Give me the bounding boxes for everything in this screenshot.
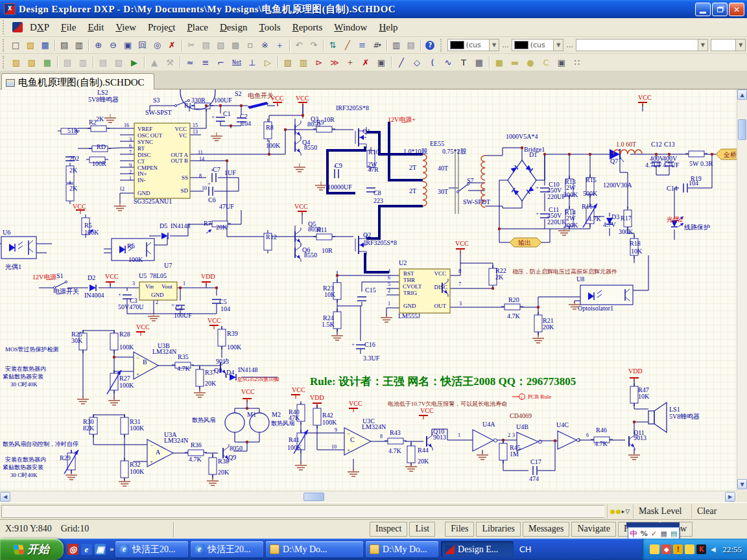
- chevron-down-icon[interactable]: ▼: [553, 40, 563, 51]
- close-button[interactable]: ✕: [729, 3, 744, 16]
- menu-item-view[interactable]: View: [110, 20, 142, 35]
- draw-arc-icon[interactable]: (: [425, 56, 440, 69]
- doc3-icon[interactable]: ▤: [96, 56, 110, 69]
- schematic-canvas[interactable]: +++++++++−+−+−+iLS25V8蜂鸣器S3SW-SPSTR1330R…: [0, 89, 737, 491]
- place-bus-icon[interactable]: ≡: [198, 56, 213, 69]
- quicklaunch-ie-icon[interactable]: e: [81, 544, 92, 555]
- panel-tab-inspect[interactable]: Inspect: [370, 522, 407, 537]
- paste-array2-icon[interactable]: ∷: [570, 56, 584, 69]
- grid-dropdown-icon[interactable]: #▾: [370, 39, 384, 52]
- draw-pie-icon[interactable]: C: [539, 56, 553, 69]
- place-parameter-icon[interactable]: ▣: [374, 56, 388, 69]
- sort-updown-icon[interactable]: ⇅: [326, 39, 340, 52]
- quicklaunch-chevron-icon[interactable]: »: [110, 545, 114, 554]
- menu-grip[interactable]: [3, 20, 6, 34]
- menu-item-project[interactable]: Project: [142, 20, 182, 35]
- ime-icon[interactable]: ▦: [660, 530, 667, 538]
- draw-graphic-icon[interactable]: ▣: [554, 56, 569, 69]
- doc-run-icon[interactable]: ▶: [127, 56, 141, 69]
- document-tab[interactable]: 电鱼机原理图(自制).SCHDOC: [1, 73, 154, 89]
- chevron-down-icon[interactable]: ▼: [735, 40, 745, 51]
- filter-indicator[interactable]: ●●▸▽: [607, 504, 633, 519]
- panel-tab-list[interactable]: List: [409, 522, 435, 537]
- menu-item-design[interactable]: Design: [214, 20, 254, 35]
- taskbar-button-4[interactable]: D:\My Do...: [366, 541, 438, 557]
- clear-button[interactable]: Clear: [691, 504, 722, 519]
- ime-icon[interactable]: %: [641, 530, 648, 538]
- select-area-icon[interactable]: ▫: [243, 39, 257, 52]
- color-more-button[interactable]: ...: [502, 41, 509, 49]
- taskbar-button-1[interactable]: e快活王20...: [115, 541, 188, 557]
- draw-text-icon[interactable]: T: [456, 56, 471, 69]
- menu-item-window[interactable]: Window: [328, 20, 373, 35]
- color-combo-1[interactable]: (cus▼: [447, 39, 500, 51]
- ime-icon[interactable]: 中: [630, 529, 637, 539]
- taskbar-button-2[interactable]: e快活王20...: [191, 541, 263, 557]
- panel-tab-messages[interactable]: Messages: [523, 522, 569, 537]
- increment-icon[interactable]: ≡: [355, 39, 369, 52]
- library-list-icon[interactable]: ▤: [404, 39, 418, 52]
- compile-icon[interactable]: ▲: [147, 56, 161, 69]
- vertical-scroll-thumb[interactable]: [738, 119, 746, 140]
- minimize-button[interactable]: [695, 3, 711, 16]
- copy-icon[interactable]: ▤: [199, 39, 213, 52]
- doc1-icon[interactable]: ▤: [60, 56, 75, 69]
- chevron-down-icon[interactable]: ▼: [489, 40, 499, 51]
- color-more-button[interactable]: ...: [566, 41, 573, 49]
- cut-icon[interactable]: ✂: [185, 39, 198, 52]
- zoom-document-icon[interactable]: 回: [136, 39, 149, 52]
- zoom-in-icon[interactable]: ⊕: [91, 39, 105, 52]
- place-net-label-icon[interactable]: Net: [230, 56, 244, 69]
- doc2-icon[interactable]: ▥: [76, 56, 90, 69]
- place-wire-icon[interactable]: ≈: [183, 56, 197, 69]
- mask-level-button[interactable]: Mask Level: [633, 504, 687, 519]
- paste-icon[interactable]: ▧: [214, 39, 228, 52]
- place-part-icon[interactable]: ▷: [261, 56, 275, 69]
- draw-polygon-icon[interactable]: ◇: [410, 56, 424, 69]
- draw-text-frame-icon[interactable]: ▦: [472, 56, 486, 69]
- quicklaunch-desktop-icon[interactable]: ▣: [95, 544, 106, 555]
- deselect-icon[interactable]: ※: [258, 39, 272, 52]
- chevron-down-icon[interactable]: ▼: [698, 40, 707, 51]
- ime-icon[interactable]: ✓: [651, 530, 657, 538]
- place-sheet-entry-icon[interactable]: ▥: [296, 56, 311, 69]
- new-sheet-icon[interactable]: ▨: [9, 56, 23, 69]
- quicklaunch-app-icon[interactable]: ◎: [67, 544, 78, 555]
- place-junction-icon[interactable]: ＋: [343, 56, 357, 69]
- tray-volume-icon[interactable]: ◀: [708, 544, 718, 554]
- save-all-icon[interactable]: ▦: [40, 56, 54, 69]
- restore-button[interactable]: [712, 3, 728, 16]
- open-project-icon[interactable]: ▧: [25, 56, 39, 69]
- draw-bezier-icon[interactable]: ∿: [441, 56, 455, 69]
- menu-item-dxp[interactable]: DXP: [24, 20, 55, 35]
- zoom-out-icon[interactable]: ⊖: [106, 39, 120, 52]
- print-preview-icon[interactable]: ▥: [73, 39, 86, 52]
- horizontal-scroll-thumb[interactable]: [303, 493, 324, 501]
- taskbar-button-5[interactable]: Design E...: [441, 541, 514, 557]
- menu-item-file[interactable]: File: [55, 20, 82, 35]
- tray-qq-icon[interactable]: [650, 544, 659, 554]
- menu-item-help[interactable]: Help: [373, 20, 403, 35]
- tray-shield-icon[interactable]: !: [673, 544, 683, 554]
- panel-tab-navigate[interactable]: Navigate: [571, 522, 616, 537]
- help-icon[interactable]: ?: [423, 39, 437, 52]
- color-combo-2[interactable]: (cus▼: [512, 39, 564, 51]
- menu-item-reports[interactable]: Reports: [287, 20, 329, 35]
- draw-rect-icon[interactable]: ■: [492, 56, 506, 69]
- panel-tab-libraries[interactable]: Libraries: [476, 522, 521, 537]
- start-button[interactable]: 开始: [0, 539, 64, 560]
- menu-item-edit[interactable]: Edit: [82, 20, 110, 35]
- scroll-left-button[interactable]: ◀: [0, 492, 10, 502]
- zoom-area-icon[interactable]: ▣: [121, 39, 135, 52]
- tray-tool-icon[interactable]: ◆: [661, 544, 671, 554]
- place-gnd-icon[interactable]: ⊥: [245, 56, 259, 69]
- undo-icon[interactable]: ↶: [292, 39, 306, 52]
- panel-tab-files[interactable]: Files: [445, 522, 474, 537]
- place-port-icon[interactable]: ⊳: [312, 56, 326, 69]
- place-no-erc-icon[interactable]: ✗: [359, 56, 373, 69]
- ime-icon[interactable]: ▤: [670, 530, 677, 538]
- scroll-up-button[interactable]: ▲: [737, 89, 747, 100]
- paste-array-icon[interactable]: ▩: [229, 39, 243, 52]
- library-icon[interactable]: ▥: [390, 39, 403, 52]
- draw-line-icon[interactable]: ╱: [394, 56, 409, 69]
